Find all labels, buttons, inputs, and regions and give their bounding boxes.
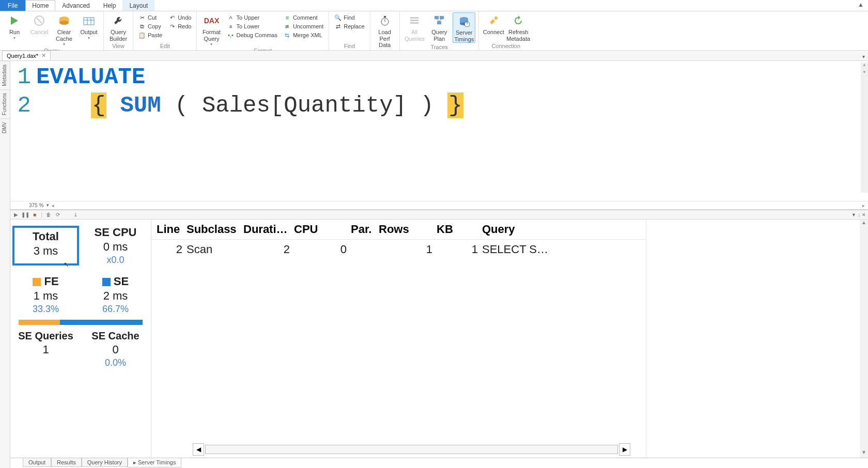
undo-button[interactable]: ↶Undo (166, 13, 193, 22)
find-icon: 🔍 (334, 14, 342, 21)
events-horizontal-scrollbar[interactable]: ◀ ▶ (193, 442, 630, 457)
trace-refresh-button[interactable]: ⟳ (54, 211, 61, 219)
sidetab-metadata[interactable]: Metadata (0, 61, 10, 89)
editor-statusbar: 375 % ▼ ◂ ▸ (10, 201, 868, 209)
ribbon-tab-help[interactable]: Help (97, 0, 123, 11)
svg-rect-13 (410, 17, 419, 19)
hscroll-right-icon[interactable]: ▸ (862, 203, 865, 208)
find-button[interactable]: 🔍Find (332, 13, 366, 22)
code-editor[interactable]: 1 2 EVALUATE { SUM ( Sales[Quantity] ) }… (10, 61, 868, 201)
ribbon-tabstrip: File Home Advanced Help Layout ▲ (0, 0, 868, 11)
hscroll-right-button[interactable]: ▶ (619, 443, 630, 456)
zoom-level[interactable]: 375 % (29, 202, 43, 208)
cell-line: 2 (154, 243, 184, 256)
replace-button[interactable]: ⇄Replace (332, 22, 366, 30)
detail-scroll-up-icon[interactable]: ▲ (861, 220, 866, 228)
hscroll-track[interactable] (205, 445, 618, 454)
server-timings-label: Server Timings (454, 29, 474, 42)
close-icon[interactable]: ✕ (41, 52, 46, 59)
col-par[interactable]: Par. (349, 223, 377, 236)
refresh-metadata-label: Refresh Metadata (506, 29, 530, 42)
editor-vertical-scrollbar[interactable]: ▲ ▼ (861, 63, 868, 193)
to-upper-button[interactable]: ATo Upper (225, 13, 279, 22)
col-kb[interactable]: KB (435, 223, 480, 236)
copy-icon: ⧉ (138, 23, 146, 30)
output-button[interactable]: Output ▾ (78, 12, 100, 40)
col-line[interactable]: Line (154, 223, 184, 236)
brace-close: } (447, 92, 463, 118)
query-builder-button[interactable]: Query Builder (107, 12, 130, 42)
clear-cache-button[interactable]: Clear Cache ▾ (53, 12, 75, 46)
connect-label: Connect (483, 29, 504, 36)
document-tab[interactable]: Query1.dax* ✕ (2, 51, 51, 60)
server-timings-button[interactable]: Server Timings (453, 12, 475, 43)
svg-rect-16 (435, 16, 439, 19)
pane-pin-icon[interactable]: ⟂ (858, 212, 860, 217)
bottom-tab-results[interactable]: Results (51, 458, 82, 467)
connect-button[interactable]: Connect (482, 12, 505, 36)
all-queries-button[interactable]: All Queries (403, 12, 426, 42)
load-perf-data-button[interactable]: Load Perf Data (374, 12, 396, 49)
col-cpu[interactable]: CPU (292, 223, 349, 236)
scroll-up-icon[interactable]: ▲ (861, 63, 868, 70)
pane-menu-icon[interactable]: ▼ (851, 212, 856, 217)
scroll-down-icon[interactable]: ▼ (861, 70, 868, 77)
doc-tabstrip-menu[interactable]: ▾ (859, 53, 868, 60)
refresh-metadata-button[interactable]: Refresh Metadata (507, 12, 530, 42)
ribbon-tab-file[interactable]: File (0, 0, 25, 11)
col-duration[interactable]: Duration (241, 223, 292, 236)
bottom-tab-output[interactable]: Output (23, 458, 51, 467)
ribbon-group-find: 🔍Find ⇄Replace Find (329, 11, 370, 50)
comment-button[interactable]: ≡Comment (282, 13, 326, 22)
redo-button[interactable]: ↷Redo (166, 22, 193, 30)
hscroll-left-button[interactable]: ◀ (193, 443, 204, 456)
trace-pause-button[interactable]: ❚❚ (22, 211, 29, 219)
trace-export-button[interactable]: ⤓ (72, 211, 79, 219)
detail-vertical-scrollbar[interactable]: ▲ ▼ (860, 220, 868, 458)
bottom-tabstrip: Output Results Query History Server Timi… (10, 458, 868, 468)
merge-xml-button[interactable]: ⇆Merge XML (282, 31, 326, 39)
editor-content[interactable]: EVALUATE { SUM ( Sales[Quantity] ) } (36, 63, 868, 201)
debug-commas-button[interactable]: •,•Debug Commas (225, 31, 279, 39)
events-row[interactable]: 2 Scan 2 0 1 1 SELECT SUM ( (151, 240, 646, 259)
ribbon-group-edit: ✂Cut ⧉Copy 📋Paste ↶Undo ↷Redo Edit (133, 11, 197, 50)
results-pane: ▶ ❚❚ ■ 🗑 ⟳ ⤓ ▼ ⟂ ✕ (10, 210, 868, 458)
zoom-dropdown-icon[interactable]: ▼ (45, 203, 50, 208)
keyword-evaluate: EVALUATE (36, 64, 145, 90)
trace-start-button[interactable]: ▶ (12, 211, 20, 219)
sidetab-dmv[interactable]: DMV (0, 118, 10, 136)
format-query-button[interactable]: DAX Format Query ▾ (200, 12, 223, 46)
copy-button[interactable]: ⧉Copy (136, 22, 164, 30)
undo-icon: ↶ (168, 14, 176, 21)
to-lower-button[interactable]: aTo Lower (225, 22, 279, 30)
ribbon-collapse-button[interactable]: ▲ (854, 0, 868, 11)
pane-close-icon[interactable]: ✕ (862, 212, 866, 217)
timing-se-cache: SE Cache 0 0.0% (82, 330, 149, 368)
trace-stop-button[interactable]: ■ (31, 211, 38, 219)
sidetab-functions[interactable]: Functions (0, 89, 10, 118)
trace-clear-button[interactable]: 🗑 (45, 211, 52, 219)
col-rows[interactable]: Rows (377, 223, 435, 236)
ribbon-tab-advanced[interactable]: Advanced (55, 0, 96, 11)
uncomment-button[interactable]: ≢Uncomment (282, 22, 326, 30)
cancel-button[interactable]: Cancel (28, 12, 51, 36)
ribbon-tab-home[interactable]: Home (25, 0, 55, 11)
timing-se-queries: SE Queries 1 (12, 330, 79, 368)
detail-scroll-down-icon[interactable]: ▼ (861, 449, 866, 458)
query-plan-button[interactable]: Query Plan (428, 12, 451, 42)
side-tabstrip: Metadata Functions DMV (0, 61, 10, 468)
events-table: Line Subclass Duration CPU Par. Rows KB … (151, 220, 646, 458)
ribbon-group-edit-label: Edit (136, 42, 193, 49)
bottom-tab-server-timings[interactable]: Server Timings (128, 458, 181, 467)
col-query[interactable]: Query (480, 223, 556, 236)
col-subclass[interactable]: Subclass (184, 223, 241, 236)
hscroll-left-icon[interactable]: ◂ (52, 203, 54, 208)
dax-icon: DAX (204, 13, 219, 28)
ribbon-tab-layout[interactable]: Layout (122, 0, 154, 11)
cell-kb: 1 (435, 243, 480, 256)
cut-button[interactable]: ✂Cut (136, 13, 164, 22)
paste-button[interactable]: 📋Paste (136, 31, 164, 39)
run-button[interactable]: Run ▾ (3, 12, 26, 40)
svg-marker-0 (11, 17, 18, 25)
bottom-tab-history[interactable]: Query History (82, 458, 128, 467)
